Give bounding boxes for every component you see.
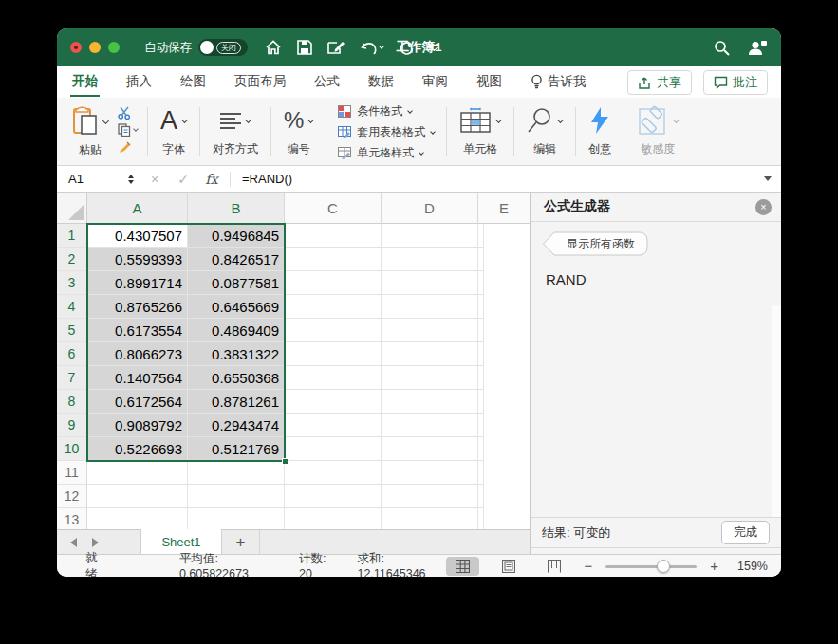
cell[interactable] <box>285 342 382 366</box>
cell[interactable] <box>285 508 382 529</box>
editing-group-button[interactable]: 编辑 <box>520 101 569 163</box>
column-header-a[interactable]: A <box>87 193 188 224</box>
row-header[interactable]: 2 <box>57 248 87 271</box>
normal-view-button[interactable] <box>446 557 479 576</box>
cell-a4[interactable]: 0.8765266 <box>87 295 188 319</box>
done-button[interactable]: 完成 <box>721 521 770 544</box>
format-painter-button[interactable] <box>118 140 138 154</box>
cell[interactable] <box>382 319 478 342</box>
cell-a5[interactable]: 0.6173554 <box>87 319 188 342</box>
row-header[interactable]: 7 <box>57 366 87 390</box>
cell[interactable] <box>478 342 484 366</box>
cell[interactable] <box>382 295 478 319</box>
cell[interactable] <box>87 461 188 485</box>
fullscreen-window-button[interactable] <box>108 42 120 53</box>
zoom-slider[interactable] <box>605 560 697 573</box>
cell[interactable] <box>382 224 478 248</box>
cells-group-button[interactable]: 单元格 <box>453 101 508 163</box>
cell-a8[interactable]: 0.6172564 <box>87 390 188 414</box>
tab-draw[interactable]: 绘图 <box>178 67 208 97</box>
row-header[interactable]: 4 <box>57 295 87 319</box>
redo-button[interactable] <box>399 40 415 55</box>
cell[interactable] <box>188 485 285 508</box>
cell[interactable] <box>285 461 382 485</box>
cell[interactable] <box>285 319 382 342</box>
tab-page-layout[interactable]: 页面布局 <box>233 67 288 97</box>
cell-a7[interactable]: 0.1407564 <box>87 366 188 390</box>
undo-button[interactable] <box>361 41 383 55</box>
tab-review[interactable]: 审阅 <box>420 67 450 97</box>
enter-button[interactable]: ✓ <box>169 172 197 187</box>
cell[interactable] <box>478 295 484 319</box>
tab-data[interactable]: 数据 <box>366 67 396 97</box>
cell[interactable] <box>478 319 484 342</box>
formula-input[interactable]: =RAND() <box>242 172 292 186</box>
cell-b6[interactable]: 0.3831322 <box>188 342 285 366</box>
zoom-out-button[interactable]: − <box>584 559 592 573</box>
tab-view[interactable]: 视图 <box>475 67 504 97</box>
show-all-functions-button[interactable]: 显示所有函数 <box>542 231 648 256</box>
column-header-d[interactable]: D <box>382 193 478 224</box>
qat-overflow-button[interactable] <box>430 45 438 51</box>
cell[interactable] <box>382 437 478 461</box>
conditional-formatting-button[interactable]: 条件格式 <box>338 103 435 120</box>
cell[interactable] <box>478 390 484 414</box>
cell[interactable] <box>285 224 382 248</box>
cell-b3[interactable]: 0.0877581 <box>188 271 285 295</box>
cell[interactable] <box>285 414 382 437</box>
cell-b9[interactable]: 0.2943474 <box>188 414 285 437</box>
cell[interactable] <box>382 485 478 508</box>
fill-handle[interactable] <box>282 458 289 465</box>
cell-a6[interactable]: 0.8066273 <box>87 342 188 366</box>
cell[interactable] <box>478 485 484 508</box>
cell[interactable] <box>285 437 382 461</box>
cell-b2[interactable]: 0.8426517 <box>188 248 285 271</box>
page-layout-view-button[interactable] <box>493 557 525 576</box>
cell[interactable] <box>285 271 382 295</box>
row-header[interactable]: 12 <box>57 485 87 508</box>
row-header[interactable]: 6 <box>57 342 87 366</box>
cell-b10[interactable]: 0.5121769 <box>188 437 285 461</box>
close-window-button[interactable] <box>70 42 82 53</box>
cut-button[interactable] <box>118 106 138 120</box>
cell-a9[interactable]: 0.9089792 <box>87 414 188 437</box>
cell[interactable] <box>478 414 484 437</box>
name-box-spinner[interactable] <box>128 175 134 184</box>
cancel-button[interactable]: × <box>140 172 169 187</box>
alignment-group-button[interactable]: 对齐方式 <box>206 101 265 163</box>
formula-bar-expand-button[interactable] <box>764 176 772 181</box>
format-as-table-button[interactable]: 套用表格格式 <box>338 124 435 140</box>
cell[interactable] <box>478 248 484 271</box>
tab-insert[interactable]: 插入 <box>124 67 154 97</box>
cell[interactable] <box>87 508 188 529</box>
cell[interactable] <box>382 366 478 390</box>
row-header[interactable]: 13 <box>57 508 87 529</box>
tab-home[interactable]: 开始 <box>70 67 100 97</box>
share-user-button[interactable] <box>747 40 768 56</box>
name-box[interactable]: A1 <box>57 166 140 192</box>
number-group-button[interactable]: % 编号 <box>277 101 320 163</box>
cell-styles-button[interactable]: 单元格样式 <box>338 145 435 161</box>
page-break-view-button[interactable] <box>538 557 570 576</box>
edit-mode-button[interactable] <box>327 40 345 55</box>
cell[interactable] <box>285 390 382 414</box>
slider-thumb[interactable] <box>657 560 670 573</box>
sheet-nav-prev-button[interactable] <box>70 538 77 547</box>
cell[interactable] <box>188 461 285 485</box>
cell-b7[interactable]: 0.6550368 <box>188 366 285 390</box>
cell[interactable] <box>478 461 484 485</box>
cell[interactable] <box>382 461 478 485</box>
sheet-nav-next-button[interactable] <box>92 538 99 547</box>
panel-scrollbar[interactable] <box>772 305 781 517</box>
sensitivity-button[interactable]: 敏感度 <box>630 101 685 163</box>
cell[interactable] <box>478 271 484 295</box>
search-button[interactable] <box>714 40 730 56</box>
comments-button[interactable]: 批注 <box>703 70 768 95</box>
paste-button[interactable]: 粘贴 <box>70 102 110 159</box>
cell[interactable] <box>382 508 478 529</box>
cell[interactable] <box>478 437 484 461</box>
cell[interactable] <box>188 508 285 529</box>
share-button[interactable]: 共享 <box>627 70 692 95</box>
row-header[interactable]: 3 <box>57 271 87 295</box>
cell[interactable] <box>382 248 478 271</box>
